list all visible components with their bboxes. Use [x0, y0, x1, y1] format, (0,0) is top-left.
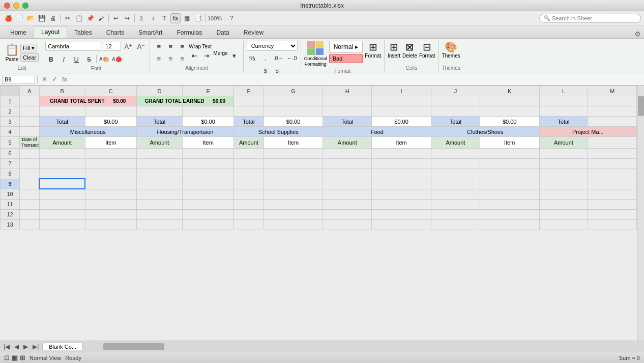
cell-j7[interactable]: [431, 158, 480, 169]
cell-k1[interactable]: [480, 96, 539, 106]
cell-l13[interactable]: [539, 219, 588, 230]
cell-i7[interactable]: [372, 158, 431, 169]
tab-smartart[interactable]: SmartArt: [131, 27, 169, 38]
cell-c10[interactable]: [85, 189, 136, 199]
window-controls[interactable]: [4, 3, 28, 9]
cell-h11[interactable]: [323, 199, 372, 209]
col-header-h[interactable]: H: [323, 86, 372, 96]
cell-i9[interactable]: [372, 179, 431, 189]
search-input[interactable]: [552, 15, 633, 21]
cell-a6[interactable]: [20, 148, 39, 158]
cell-g8[interactable]: [264, 169, 323, 179]
conditional-formatting-button[interactable]: ConditionalFormatting: [304, 41, 327, 67]
cell-a11[interactable]: [20, 199, 39, 209]
cell-a4[interactable]: [20, 127, 39, 137]
decimal-decrease-btn[interactable]: ←.0: [286, 52, 298, 64]
cell-k10[interactable]: [480, 189, 539, 199]
page-icon[interactable]: 📑: [193, 13, 203, 23]
cell-c12[interactable]: [85, 209, 136, 219]
cell-j8[interactable]: [431, 169, 480, 179]
merge-button[interactable]: Merge: [213, 50, 227, 62]
formula-confirm-icon[interactable]: ✓: [50, 75, 59, 83]
page-break-icon[interactable]: ⊞: [20, 354, 25, 361]
cell-f12[interactable]: [234, 209, 264, 219]
delete-cell-button[interactable]: ⊠ Delete: [402, 41, 417, 59]
cell-m2[interactable]: [588, 106, 637, 117]
cell-j3[interactable]: Total: [431, 117, 480, 127]
cell-m13[interactable]: [588, 219, 637, 230]
brush-icon[interactable]: 🖌: [96, 13, 106, 23]
decimal-increase-btn[interactable]: .0→: [273, 52, 284, 64]
wrap-text-button[interactable]: Wrap Text: [189, 44, 240, 49]
sort-icon[interactable]: ↕: [148, 13, 158, 23]
bad-style-button[interactable]: Bad: [329, 54, 363, 63]
cell-a10[interactable]: [20, 189, 39, 199]
cell-c9[interactable]: [85, 179, 136, 189]
minimize-button[interactable]: [13, 3, 19, 9]
comma-button[interactable]: ,: [260, 52, 271, 64]
formula-cancel-icon[interactable]: ✕: [40, 75, 49, 83]
cell-m10[interactable]: [588, 189, 637, 199]
cell-f9[interactable]: [234, 179, 264, 189]
sigma-icon[interactable]: Σ: [137, 13, 147, 23]
apple-menu-icon[interactable]: 🍎: [3, 13, 13, 23]
cell-l8[interactable]: [539, 169, 588, 179]
highlight-color-button[interactable]: A🎨: [98, 53, 109, 65]
cell-j11[interactable]: [431, 199, 480, 209]
format-button[interactable]: ⊞ Format: [365, 41, 381, 59]
cell-h8[interactable]: [323, 169, 372, 179]
align-right2-button[interactable]: ≡: [177, 53, 188, 64]
tab-tables[interactable]: Tables: [67, 27, 99, 38]
cell-g1[interactable]: [264, 96, 323, 106]
themes-button[interactable]: 🎨 Themes: [442, 41, 460, 59]
cell-k13[interactable]: [480, 219, 539, 230]
sheet-last-btn[interactable]: ▶|: [31, 343, 40, 350]
col-header-m[interactable]: M: [588, 86, 637, 96]
cell-c13[interactable]: [85, 219, 136, 230]
align-left2-button[interactable]: ≡: [153, 53, 164, 64]
cell-b8[interactable]: [39, 169, 85, 179]
cell-a3[interactable]: [20, 117, 39, 127]
cell-h9[interactable]: [323, 179, 372, 189]
cell-reference-box[interactable]: B9: [2, 75, 35, 84]
cell-h1[interactable]: [323, 96, 372, 106]
col-header-k[interactable]: K: [480, 86, 539, 96]
close-button[interactable]: [4, 3, 10, 9]
cell-d1[interactable]: GRAND TOTAL EARNED $0.00: [136, 96, 233, 106]
indent-decrease-btn[interactable]: ⇤: [189, 50, 200, 62]
cell-m5[interactable]: [588, 137, 637, 149]
gear-icon[interactable]: ⚙: [634, 30, 641, 38]
cell-h2[interactable]: [323, 106, 372, 117]
col-header-b[interactable]: B: [39, 86, 85, 96]
tab-charts[interactable]: Charts: [99, 27, 131, 38]
search-box[interactable]: 🔍: [539, 14, 641, 23]
cell-b1[interactable]: GRAND TOTAL SPENT $0.00: [39, 96, 136, 106]
col-header-f[interactable]: F: [234, 86, 264, 96]
fill-button[interactable]: Fill ▾: [20, 44, 39, 52]
tab-home[interactable]: Home: [3, 27, 34, 38]
cut-icon[interactable]: ✂: [63, 13, 73, 23]
cell-e6[interactable]: [183, 148, 234, 158]
insert-cell-button[interactable]: ⊞ Insert: [388, 41, 400, 59]
undo-icon[interactable]: ↩: [111, 13, 121, 23]
cell-j4[interactable]: Clothes/Shoes: [431, 127, 540, 137]
cell-l1[interactable]: [539, 96, 588, 106]
merge-dropdown-btn[interactable]: ▾: [229, 50, 240, 62]
cell-b6[interactable]: [39, 148, 85, 158]
cell-a2[interactable]: [20, 106, 39, 117]
font-size-increase-btn[interactable]: A⁺: [123, 41, 134, 52]
cell-d9[interactable]: [136, 179, 182, 189]
cell-k7[interactable]: [480, 158, 539, 169]
cell-h13[interactable]: [323, 219, 372, 230]
align-center2-button[interactable]: ≡: [165, 53, 176, 64]
cell-j5[interactable]: Amount: [431, 137, 480, 149]
copy-icon[interactable]: 📋: [74, 13, 84, 23]
cell-b13[interactable]: [39, 219, 85, 230]
cell-d8[interactable]: [136, 169, 182, 179]
cell-f5[interactable]: Amount: [234, 137, 264, 149]
cell-a7[interactable]: [20, 158, 39, 169]
cell-b4[interactable]: Miscellaneous: [39, 127, 136, 137]
cell-j2[interactable]: [431, 106, 480, 117]
cell-g3[interactable]: $0.00: [264, 117, 323, 127]
cell-e9[interactable]: [183, 179, 234, 189]
